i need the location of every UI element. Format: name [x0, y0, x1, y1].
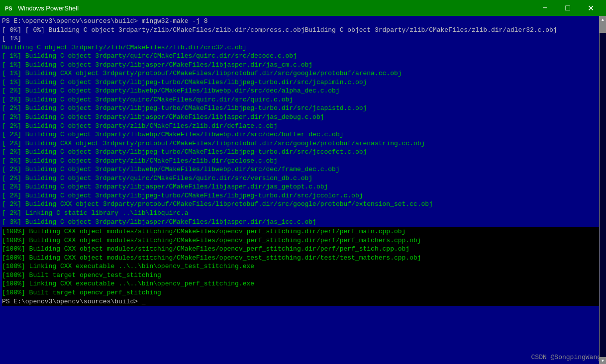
terminal-line: [ 1%] Building C object 3rdparty/quirc/C… [2, 52, 604, 61]
scroll-up-arrow[interactable]: ▲ [600, 16, 606, 23]
window-controls: − □ ✕ [533, 0, 602, 16]
terminal-line: [ 2%] Building C object 3rdparty/libwebp… [2, 130, 604, 139]
window-title: Windows PowerShell [18, 4, 533, 12]
terminal-line: [ 2%] Building CXX object 3rdparty/proto… [2, 200, 604, 209]
terminal-line: [ 2%] Building C object 3rdparty/libjpeg… [2, 191, 604, 200]
terminal-line: [100%] Building CXX object modules/stitc… [2, 227, 604, 236]
build-output-blue: [ 0%] [ 0%] Building C object 3rdparty/z… [2, 26, 604, 227]
terminal-content: PS E:\opencv3\opencv\sources\build> ming… [0, 16, 606, 364]
terminal-line: [ 0%] [ 0%] Building C object 3rdparty/z… [2, 26, 604, 35]
terminal-line: [ 2%] Building C object 3rdparty/libjasp… [2, 182, 604, 191]
scroll-track[interactable] [600, 23, 606, 357]
maximize-button[interactable]: □ [556, 0, 579, 16]
terminal-line: [ 2%] Building C object 3rdparty/libjpeg… [2, 104, 604, 113]
terminal-line: [ 2%] Building C object 3rdparty/libwebp… [2, 87, 604, 95]
terminal-line: [ 2%] Building C object 3rdparty/quirc/C… [2, 95, 604, 104]
final-prompt-text: PS E:\opencv3\opencv\sources\build> _ [2, 298, 146, 305]
terminal-line: [100%] Building CXX object modules/stitc… [2, 254, 604, 263]
terminal-line: [ 2%] Linking C static library ..\lib\li… [2, 209, 604, 218]
terminal-line: [100%] Linking CXX executable ..\..\bin\… [2, 279, 604, 288]
terminal-line: [ 2%] Building C object 3rdparty/zlib/CM… [2, 157, 604, 166]
app-icon: PS [4, 3, 14, 13]
terminal-line: [ 3%] Building C object 3rdparty/libjasp… [2, 218, 604, 227]
terminal-line: [100%] Linking CXX executable ..\..\bin\… [2, 262, 604, 271]
terminal-line: [100%] Built target opencv_perf_stitchin… [2, 288, 604, 297]
terminal-line: [ 1%] Building CXX object 3rdparty/proto… [2, 69, 604, 78]
terminal-line: [ 2%] Building CXX object 3rdparty/proto… [2, 139, 604, 148]
svg-text:PS: PS [5, 5, 12, 11]
window: PS Windows PowerShell − □ ✕ PS E:\opencv… [0, 0, 606, 364]
terminal-line: [ 1%] [2, 34, 604, 43]
terminal: PS E:\opencv3\opencv\sources\build> ming… [0, 16, 606, 364]
terminal-line: [100%] Building CXX object modules/stitc… [2, 245, 604, 254]
terminal-line: Building C object 3rdparty/zlib/CMakeFil… [2, 43, 604, 52]
watermark: CSDN @SongpingWang [531, 354, 601, 361]
scroll-down-arrow[interactable]: ▼ [600, 357, 606, 364]
scrollbar[interactable]: ▲ ▼ [599, 16, 606, 364]
build-output-black: [100%] Building CXX object modules/stitc… [2, 227, 604, 297]
close-button[interactable]: ✕ [579, 0, 602, 16]
terminal-line: [ 2%] Building C object 3rdparty/libjasp… [2, 113, 604, 122]
scroll-thumb[interactable] [600, 23, 606, 33]
terminal-line: [ 2%] Building C object 3rdparty/zlib/CM… [2, 122, 604, 131]
terminal-line: [ 1%] Building C object 3rdparty/libjpeg… [2, 78, 604, 87]
final-prompt-line: PS E:\opencv3\opencv\sources\build> _ [2, 297, 604, 306]
terminal-line: [ 2%] Building C object 3rdparty/libjpeg… [2, 148, 604, 157]
terminal-line: [ 1%] Building C object 3rdparty/libjasp… [2, 61, 604, 70]
terminal-line: [ 2%] Building C object 3rdparty/quirc/C… [2, 174, 604, 183]
titlebar: PS Windows PowerShell − □ ✕ [0, 0, 606, 16]
terminal-line: [100%] Building CXX object modules/stitc… [2, 236, 604, 245]
terminal-line: [100%] Built target opencv_test_stitchin… [2, 271, 604, 280]
terminal-line: [ 2%] Building C object 3rdparty/libwebp… [2, 165, 604, 174]
prompt-line: PS E:\opencv3\opencv\sources\build> ming… [2, 17, 604, 26]
prompt-text: PS E:\opencv3\opencv\sources\build> ming… [2, 17, 207, 25]
minimize-button[interactable]: − [533, 0, 556, 16]
